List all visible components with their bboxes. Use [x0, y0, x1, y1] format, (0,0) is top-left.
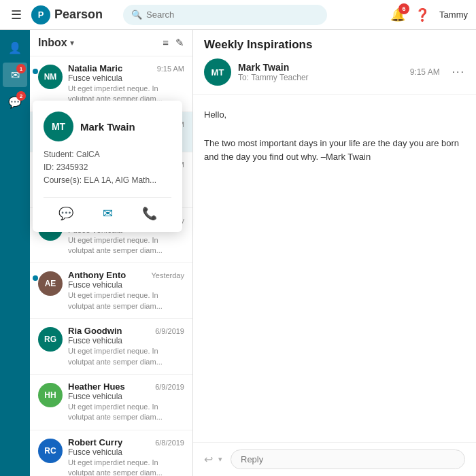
nav-right-section: 🔔 6 ❓ Tammy [390, 7, 468, 22]
msg-preview: Ut eget imperdiet neque. In volutpat ant… [68, 458, 184, 476]
msg-time: 6/9/2019 [155, 327, 184, 335]
inbox-header: Inbox ▾ ≡ ✎ [30, 30, 192, 56]
msg-time: 6/9/2019 [155, 383, 184, 391]
sender-name: Mark Twain [238, 62, 403, 73]
inbox-chevron-icon[interactable]: ▾ [70, 38, 74, 48]
reply-label: ▾ [218, 455, 222, 464]
main-layout: 👤 ✉ 1 💬 2 Inbox ▾ ≡ ✎ NM Natalia Maric [0, 30, 476, 476]
msg-content: Heather Hues 6/9/2019 Fusce vehicula Ut … [68, 381, 184, 423]
message-time: 9:15 AM [410, 67, 440, 77]
unread-dot [33, 69, 38, 74]
msg-avatar: HH [38, 383, 63, 407]
list-item[interactable]: RC Robert Curry 6/8/2019 Fusce vehicula … [30, 430, 192, 476]
notifications-button[interactable]: 🔔 6 [390, 7, 405, 22]
sidebar-item-mail[interactable]: ✉ 1 [3, 63, 27, 87]
top-nav: ☰ P Pearson 🔍 🔔 6 ❓ Tammy [0, 0, 476, 30]
hamburger-icon[interactable]: ☰ [8, 5, 24, 25]
message-view-header: Weekly Inspirations MT Mark Twain To: Ta… [193, 30, 476, 95]
search-bar[interactable]: 🔍 [123, 5, 327, 25]
msg-name: Natalia Maric [68, 63, 122, 73]
sender-to: To: Tammy Teacher [238, 73, 403, 82]
msg-preview: Ut eget imperdiet neque. In volutpat ant… [68, 346, 184, 367]
help-icon: ❓ [415, 7, 430, 22]
popup-phone-button[interactable]: 📞 [142, 206, 157, 221]
inbox-panel: Inbox ▾ ≡ ✎ NM Natalia Maric 9:15 AM Fus… [30, 30, 193, 476]
reply-icon: ↩ [204, 453, 213, 466]
sender-info: Mark Twain To: Tammy Teacher [238, 62, 403, 82]
msg-subject: Fusce vehicula [68, 280, 184, 290]
inbox-title: Inbox [38, 37, 67, 49]
contact-popup: MT Mark Twain Student: CalCA ID: 2345932… [33, 101, 182, 232]
msg-content: Natalia Maric 9:15 AM Fusce vehicula Ut … [68, 63, 184, 105]
msg-time: 9:15 AM [157, 65, 184, 73]
sidebar-item-chat[interactable]: 💬 2 [3, 90, 27, 114]
msg-avatar: NM [38, 65, 63, 89]
unread-dot [33, 275, 38, 281]
chat-badge: 2 [16, 91, 26, 101]
reply-input[interactable] [231, 449, 465, 469]
sidebar-icons: 👤 ✉ 1 💬 2 [0, 30, 30, 476]
msg-subject: Fusce vehicula [68, 73, 184, 83]
body-greeting: Hello, [204, 108, 465, 122]
msg-content: Robert Curry 6/8/2019 Fusce vehicula Ut … [68, 437, 184, 476]
popup-mail-button[interactable]: ✉ [103, 206, 113, 221]
msg-time: Yesterday [151, 271, 184, 279]
app-title: Pearson [54, 7, 103, 22]
msg-avatar: AE [38, 271, 63, 296]
msg-subject: Fusce vehicula [68, 336, 184, 345]
user-name[interactable]: Tammy [439, 10, 468, 20]
notification-badge: 6 [398, 3, 409, 14]
popup-actions: 💬 ✉ 📞 [44, 197, 171, 221]
msg-time: 6/8/2019 [155, 439, 184, 447]
msg-name: Robert Curry [68, 437, 122, 447]
msg-subject: Fusce vehicula [68, 392, 184, 401]
list-item[interactable]: HH Heather Hues 6/9/2019 Fusce vehicula … [30, 375, 192, 430]
filter-icon[interactable]: ≡ [163, 37, 169, 49]
msg-avatar: RG [38, 327, 63, 352]
msg-preview: Ut eget imperdiet neque. In volutpat ant… [68, 402, 184, 423]
mail-badge: 1 [16, 64, 26, 73]
popup-chat-button[interactable]: 💬 [58, 206, 73, 221]
message-body: Hello, The two most important days in yo… [193, 95, 476, 442]
message-view: Weekly Inspirations MT Mark Twain To: Ta… [193, 30, 476, 476]
list-item[interactable]: RG Ria Goodwin 6/9/2019 Fusce vehicula U… [30, 319, 192, 375]
search-icon: 🔍 [131, 10, 142, 20]
sidebar-item-person[interactable]: 👤 [3, 35, 27, 60]
compose-icon[interactable]: ✎ [175, 37, 184, 49]
logo-circle: P [31, 5, 50, 24]
app-logo: P Pearson [31, 5, 103, 24]
thread-title: Weekly Inspirations [204, 38, 465, 52]
popup-avatar: MT [44, 112, 73, 141]
sender-avatar: MT [204, 58, 231, 86]
popup-top: MT Mark Twain [44, 112, 171, 141]
popup-detail: Student: CalCA ID: 2345932 Course(s): EL… [44, 148, 171, 188]
msg-subject: Fusce vehicula [68, 447, 184, 457]
help-button[interactable]: ❓ [415, 7, 430, 22]
list-item[interactable]: AE Anthony Ento Yesterday Fusce vehicula… [30, 263, 192, 319]
msg-name: Anthony Ento [68, 270, 126, 280]
msg-avatar: RC [38, 439, 63, 463]
body-text: The two most important days in your life… [204, 137, 465, 165]
msg-preview: Ut eget imperdiet neque. In volutpat ant… [68, 290, 184, 311]
search-input[interactable] [146, 10, 319, 20]
person-icon: 👤 [8, 41, 22, 54]
popup-name: Mark Twain [80, 121, 135, 133]
more-options-button[interactable]: ··· [452, 66, 465, 78]
reply-bar: ↩ ▾ [193, 442, 476, 476]
msg-content: Ria Goodwin 6/9/2019 Fusce vehicula Ut e… [68, 326, 184, 367]
msg-preview: Ut eget imperdiet neque. In volutpat ant… [68, 235, 184, 256]
msg-name: Heather Hues [68, 381, 125, 392]
msg-content: Anthony Ento Yesterday Fusce vehicula Ut… [68, 270, 184, 311]
msg-name: Ria Goodwin [68, 326, 122, 336]
inbox-header-icons: ≡ ✎ [163, 37, 184, 49]
sender-row: MT Mark Twain To: Tammy Teacher 9:15 AM … [204, 58, 465, 86]
